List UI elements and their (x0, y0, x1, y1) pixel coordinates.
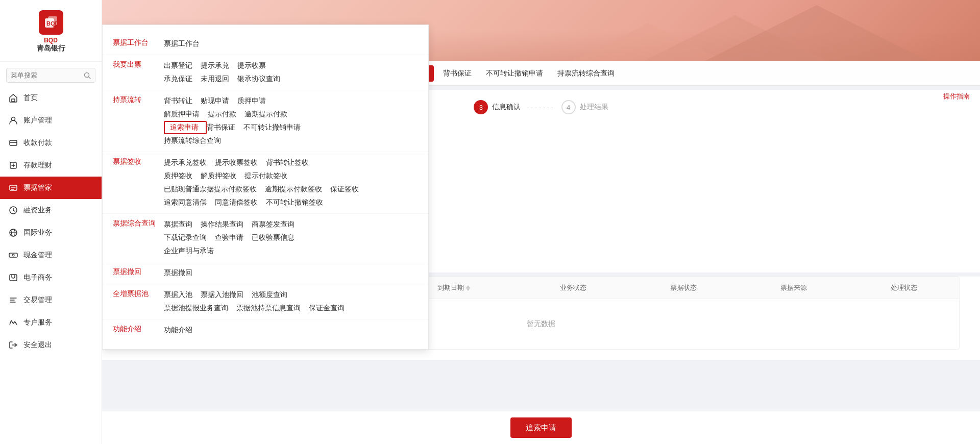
dropdown-link-zonghe[interactable]: 持票流转综合查询 (164, 134, 229, 147)
ecommerce-icon (8, 273, 18, 283)
th-piaoju-src: 票据来源 (739, 277, 849, 299)
dropdown-link-chayan[interactable]: 查验申请 (215, 231, 252, 244)
submit-button[interactable]: 追索申请 (510, 417, 572, 438)
step-dots-3-4: ······· (527, 103, 555, 111)
dropdown-link-tichengjian2[interactable]: 提示承兑签收 (164, 156, 215, 169)
dropdown-link-jiezhiyashou[interactable]: 解质押签收 (201, 169, 244, 183)
sidebar-item-logout[interactable]: 安全退出 (0, 334, 102, 356)
logo-icon: BQD (39, 10, 63, 35)
nav-buke[interactable]: 不可转让撤销申请 (479, 61, 550, 86)
dropdown-link-recall[interactable]: 票据撤回 (164, 266, 201, 280)
step-4-label: 处理结果 (580, 103, 608, 112)
sidebar-item-ticket[interactable]: 票据管家 (0, 177, 102, 199)
sidebar-item-home[interactable]: 首页 (0, 87, 102, 109)
dropdown-link-tifushou[interactable]: 提示付款签收 (244, 169, 296, 183)
dropdown-row-workbench: 票据工作台 票据工作台 (103, 33, 428, 55)
deposit-icon (8, 160, 18, 170)
dropdown-link-zhuisuoqing[interactable]: 追索同意清偿 (164, 196, 215, 209)
sidebar-item-label-intl: 国际业务 (23, 228, 52, 237)
sort-daodao[interactable] (466, 285, 470, 291)
dropdown-link-xiazai[interactable]: 下载记录查询 (164, 231, 215, 244)
dropdown-row-sign: 票据签收 提示承兑签收 提示收票签收 背书转让签收 质押签收 解质押签收 提示付… (103, 152, 428, 214)
dropdown-row-recall: 票据撤回 票据撤回 (103, 262, 428, 284)
dropdown-cat-issue: 我要出票 (113, 57, 164, 69)
dropdown-link-qiye[interactable]: 企业声明与承诺 (164, 244, 222, 258)
search-input[interactable] (11, 71, 84, 79)
dropdown-link-tishou2[interactable]: 提示收票签收 (215, 156, 266, 169)
home-icon (8, 93, 18, 103)
dropdown-link-jiezhiya[interactable]: 解质押申请 (164, 108, 208, 121)
dropdown-row-pool: 全增票据池 票据入池 票据入池撤回 池额度查询 票据池提报业务查询 票据池持票信… (103, 284, 428, 319)
sidebar-item-label-ticket: 票据管家 (23, 183, 52, 192)
dropdown-link-tishoupiao[interactable]: 提示收票 (237, 59, 274, 72)
dropdown-link-ruchichehui[interactable]: 票据入池撤回 (201, 288, 252, 302)
dropdown-row-issue: 我要出票 出票登记 提示承兑 提示收票 承兑保证 未用退回 银承协议查询 (103, 55, 428, 90)
sidebar-item-cash[interactable]: 现金管理 (0, 244, 102, 266)
bottom-bar: 追索申请 (102, 411, 980, 444)
payment-icon (8, 138, 18, 148)
sidebar-menu: 首页 账户管理 收款付款 存款理财 票据管家 (0, 87, 102, 444)
dropdown-link-chupiao[interactable]: 出票登记 (164, 59, 201, 72)
sidebar-item-finance[interactable]: 融资业务 (0, 199, 102, 221)
sidebar-search-box[interactable] (6, 68, 95, 83)
sidebar-item-payment[interactable]: 收款付款 (0, 132, 102, 154)
sidebar-item-label-deposit: 存款理财 (23, 161, 52, 170)
account-icon (8, 115, 18, 126)
nav-beishu2[interactable]: 背书保证 (436, 61, 479, 86)
sidebar-item-account[interactable]: 账户管理 (0, 109, 102, 132)
logo-cn: 青岛银行 (37, 44, 65, 53)
dropdown-link-yincheng[interactable]: 银承协议查询 (237, 72, 288, 86)
sidebar-item-vip[interactable]: 专户服务 (0, 311, 102, 334)
dropdown-link-buke3[interactable]: 不可转让撤销签收 (266, 196, 331, 209)
dropdown-cat-query: 票据综合查询 (113, 216, 164, 228)
finance-icon (8, 205, 18, 215)
nav-chaxun[interactable]: 持票流转综合查询 (550, 61, 622, 86)
svg-rect-7 (10, 140, 17, 145)
sidebar-item-deposit[interactable]: 存款理财 (0, 154, 102, 177)
dropdown-link-beishu3[interactable]: 背书保证 (207, 121, 243, 134)
dropdown-link-tibaoyewu[interactable]: 票据池提报业务查询 (164, 302, 236, 315)
svg-rect-5 (12, 99, 15, 102)
dropdown-link-weiyong[interactable]: 未用退回 (201, 72, 237, 86)
dropdown-link-buke2[interactable]: 不可转让撤销申请 (243, 121, 309, 134)
dropdown-link-intro[interactable]: 功能介绍 (164, 324, 201, 337)
dropdown-link-beishushou[interactable]: 背书转让签收 (266, 156, 317, 169)
sidebar-item-intl[interactable]: 国际业务 (0, 221, 102, 244)
dropdown-link-yuqishou[interactable]: 逾期提示付款签收 (265, 183, 330, 196)
sort-down-icon-2 (466, 288, 470, 291)
dropdown-link-zhiyashenqing[interactable]: 质押申请 (237, 94, 274, 108)
sidebar-item-label-finance: 融资业务 (23, 206, 52, 215)
dropdown-items-query: 票据查询 操作结果查询 商票签发查询 下载记录查询 查验申请 已收验票信息 企业… (164, 216, 418, 260)
dropdown-link-chengjibaozheng[interactable]: 承兑保证 (164, 72, 201, 86)
dropdown-link-workbench[interactable]: 票据工作台 (164, 37, 208, 51)
sidebar-item-label-account: 账户管理 (23, 116, 52, 125)
dropdown-link-piaojuchaxun[interactable]: 票据查询 (164, 218, 201, 231)
dropdown-link-tichengjian[interactable]: 提示承兑 (201, 59, 237, 72)
dropdown-link-caozuojieguo[interactable]: 操作结果查询 (201, 218, 252, 231)
dropdown-link-zhiyashou[interactable]: 质押签收 (164, 169, 201, 183)
dropdown-link-beishuzhuanrang[interactable]: 背书转让 (164, 94, 201, 108)
sidebar-item-ecommerce[interactable]: 电子商务 (0, 266, 102, 289)
dropdown-link-baozhengjin[interactable]: 保证金查询 (309, 302, 353, 315)
dropdown-link-ruchi[interactable]: 票据入池 (164, 288, 201, 302)
sidebar-item-label-cash: 现金管理 (23, 251, 52, 260)
dropdown-link-tongyi[interactable]: 同意清偿签收 (215, 196, 266, 209)
dropdown-link-chie[interactable]: 池额度查询 (252, 288, 296, 302)
dropdown-link-zhuisuo[interactable]: 追索申请 (164, 121, 207, 134)
dropdown-link-baozhengshou[interactable]: 保证签收 (330, 183, 367, 196)
sidebar-item-trade[interactable]: 交易管理 (0, 289, 102, 311)
dropdown-menu: 票据工作台 票据工作台 我要出票 出票登记 提示承兑 提示收票 承兑保证 未用退… (102, 24, 429, 350)
dropdown-items-sign: 提示承兑签收 提示收票签收 背书转让签收 质押签收 解质押签收 提示付款签收 已… (164, 154, 418, 211)
dropdown-link-chichipiao[interactable]: 票据池持票信息查询 (236, 302, 309, 315)
dropdown-link-yitiexian[interactable]: 已贴现普通票据提示付款签收 (164, 183, 265, 196)
dropdown-link-tifukuan[interactable]: 提示付款 (208, 108, 244, 121)
dropdown-link-yishoushou[interactable]: 已收验票信息 (252, 231, 303, 244)
dropdown-link-yuqi[interactable]: 逾期提示付款 (244, 108, 296, 121)
dropdown-link-tiexianshenqing[interactable]: 贴现申请 (201, 94, 237, 108)
sidebar-item-label-vip: 专户服务 (23, 318, 52, 327)
operation-guide-link[interactable]: 操作指南 (943, 92, 970, 101)
step-4: 4 处理结果 (561, 100, 608, 114)
sidebar-item-label-trade: 交易管理 (23, 295, 52, 305)
dropdown-link-shangpiao[interactable]: 商票签发查询 (252, 218, 303, 231)
dropdown-cat-workbench: 票据工作台 (113, 35, 164, 47)
